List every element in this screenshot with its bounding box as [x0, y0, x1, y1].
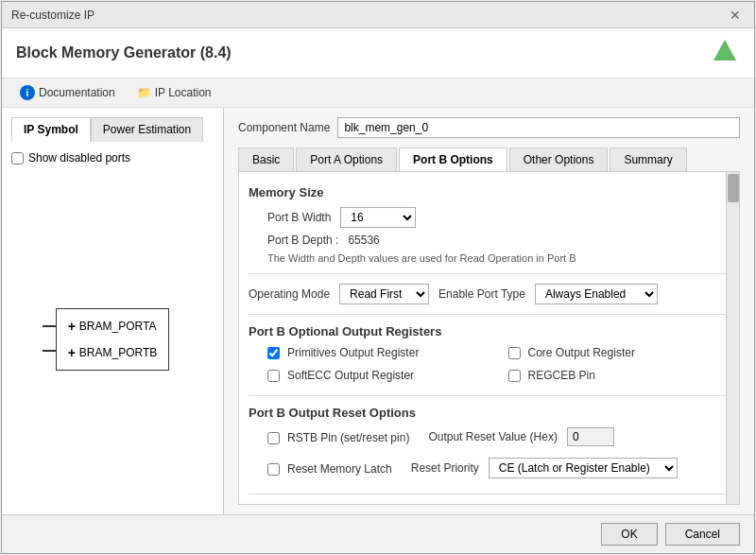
rstb-checkbox-row: RSTB Pin (set/reset pin) [267, 431, 409, 444]
operating-mode-label: Operating Mode [249, 287, 330, 301]
dialog: Re-customize IP ✕ Block Memory Generator… [1, 1, 755, 554]
primitives-output-row: Primitives Output Register [267, 346, 490, 359]
tab-summary[interactable]: Summary [610, 147, 686, 171]
info-icon: i [20, 85, 35, 100]
reset-priority-label: Reset Priority [411, 461, 479, 475]
port-b-content: Memory Size Port B Width 16 8 32 Port B … [238, 172, 740, 505]
rstb-pin-checkbox[interactable] [267, 432, 280, 444]
component-name-input[interactable] [337, 117, 740, 138]
read-address-title: READ Address Change B [249, 504, 730, 505]
output-reset-value-label: Output Reset Value (Hex) [428, 430, 558, 443]
component-name-label: Component Name [238, 121, 330, 134]
footer: OK Cancel [2, 514, 754, 553]
enable-port-type-label: Enable Port Type [438, 287, 525, 301]
reset-priority-select[interactable]: CE (Latch or Register Enable) S (Set/Res… [489, 458, 678, 478]
tab-port-a[interactable]: Port A Options [296, 147, 397, 171]
reset-memory-latch-checkbox[interactable] [267, 463, 280, 476]
cancel-button[interactable]: Cancel [665, 523, 740, 546]
left-tabs: IP Symbol Power Estimation [11, 117, 214, 142]
main-content: IP Symbol Power Estimation Show disabled… [2, 108, 754, 514]
tab-ip-symbol[interactable]: IP Symbol [11, 117, 91, 142]
show-disabled-label: Show disabled ports [28, 151, 130, 165]
svg-marker-1 [715, 43, 734, 59]
symbol-area: + BRAM_PORTA + BRAM_PORTB [11, 174, 214, 505]
bram-porta-row: + BRAM_PORTA [68, 317, 158, 336]
scrollbar[interactable] [726, 172, 739, 504]
port-b-depth-row: Port B Depth : 65536 [249, 234, 730, 247]
regceb-pin-checkbox[interactable] [508, 370, 521, 382]
enable-port-type-select[interactable]: Always Enabled Use ENA Pin Use ENB Pin [535, 284, 658, 304]
tab-basic[interactable]: Basic [238, 147, 294, 171]
softecc-output-checkbox[interactable] [267, 370, 280, 382]
memory-size-title: Memory Size [249, 185, 730, 199]
header: Block Memory Generator (8.4) [2, 28, 754, 78]
optional-registers-title: Port B Optional Output Registers [249, 324, 730, 338]
tab-port-b[interactable]: Port B Options [399, 147, 507, 171]
core-output-row: Core Output Register [508, 346, 730, 359]
rstb-row: RSTB Pin (set/reset pin) Output Reset Va… [267, 427, 730, 452]
component-name-row: Component Name [238, 117, 740, 138]
reset-priority-row: Reset Priority CE (Latch or Register Ena… [411, 458, 678, 478]
port-b-width-label: Port B Width [267, 211, 331, 224]
primitives-output-label: Primitives Output Register [287, 346, 419, 359]
primitives-output-checkbox[interactable] [267, 347, 280, 359]
right-panel: Component Name Basic Port A Options Port… [224, 108, 754, 514]
operating-mode-select[interactable]: Read First Write First No Change [339, 284, 429, 304]
operating-mode-row: Operating Mode Read First Write First No… [249, 284, 730, 304]
ok-button[interactable]: OK [601, 523, 657, 546]
softecc-output-row: SoftECC Output Register [267, 369, 490, 382]
reset-memory-row: Reset Memory Latch Reset Priority CE (La… [267, 458, 730, 484]
documentation-button[interactable]: i Documentation [16, 83, 119, 102]
show-disabled-checkbox[interactable] [11, 152, 24, 165]
regceb-pin-label: REGCEB Pin [528, 369, 595, 382]
output-reset-title: Port B Output Reset Options [249, 406, 730, 420]
core-output-checkbox[interactable] [508, 347, 521, 359]
output-reset-value-row: Output Reset Value (Hex) [428, 427, 614, 446]
toolbar: i Documentation 📁 IP Location [2, 78, 754, 108]
show-disabled-row: Show disabled ports [11, 151, 214, 165]
ip-location-button[interactable]: 📁 IP Location [133, 84, 215, 101]
reset-memory-latch-label: Reset Memory Latch [287, 462, 392, 476]
rstb-pin-label: RSTB Pin (set/reset pin) [287, 431, 409, 444]
port-b-width-row: Port B Width 16 8 32 [249, 207, 730, 228]
logo-icon [710, 38, 740, 68]
bram-portb-label: BRAM_PORTB [79, 346, 157, 359]
core-output-label: Core Output Register [528, 346, 635, 359]
optional-registers-grid: Primitives Output Register Core Output R… [249, 346, 730, 386]
reset-memory-checkbox-row: Reset Memory Latch [267, 462, 392, 476]
folder-icon: 📁 [137, 86, 151, 99]
port-b-depth-value: 65536 [348, 234, 379, 247]
nav-tabs: Basic Port A Options Port B Options Othe… [238, 147, 740, 172]
plus-icon-b: + [68, 345, 76, 360]
app-title: Block Memory Generator (8.4) [16, 44, 232, 61]
plus-icon-a: + [68, 319, 76, 334]
output-reset-value-input[interactable] [567, 427, 614, 446]
port-b-width-select[interactable]: 16 8 32 [340, 207, 416, 228]
port-b-note: The Width and Depth values are used for … [249, 252, 730, 264]
close-button[interactable]: ✕ [726, 8, 745, 23]
window-title: Re-customize IP [11, 9, 94, 22]
bram-symbol: + BRAM_PORTA + BRAM_PORTB [56, 308, 170, 371]
left-panel: IP Symbol Power Estimation Show disabled… [2, 108, 224, 514]
port-b-depth-label: Port B Depth : [267, 234, 338, 247]
reset-section: RSTB Pin (set/reset pin) Output Reset Va… [249, 427, 730, 484]
regceb-pin-row: REGCEB Pin [508, 369, 730, 382]
tab-other-options[interactable]: Other Options [509, 147, 609, 171]
tab-power-estimation[interactable]: Power Estimation [91, 117, 203, 142]
title-bar: Re-customize IP ✕ [2, 2, 754, 28]
softecc-output-label: SoftECC Output Register [287, 369, 414, 382]
bram-porta-label: BRAM_PORTA [79, 320, 157, 333]
bram-portb-row: + BRAM_PORTB [68, 343, 158, 362]
